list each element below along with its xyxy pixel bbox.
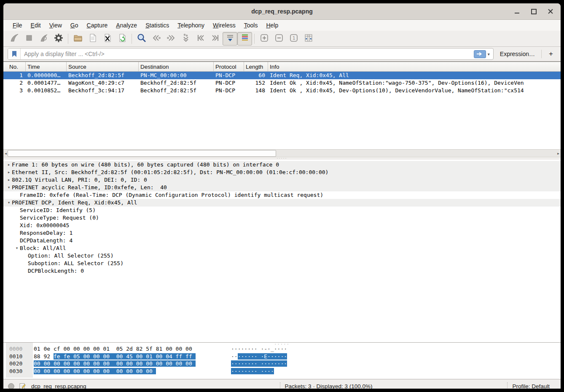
detail-row-13[interactable]: Suboption: ALL Selector (255) [3,260,561,267]
title-bar[interactable]: dcp_req_resp.pcapng [3,3,561,20]
restart-capture-button[interactable] [36,32,51,46]
go-last-button[interactable] [208,32,223,46]
packet-row-2[interactable]: 20.0001477…WagoKont_40:29:c7Beckhoff_2d:… [3,79,561,87]
menu-tools[interactable]: Tools [240,21,262,30]
hex-bytes[interactable]: 00 00 00 00 00 00 00 00 00 00 00 00 [30,368,156,374]
close-file-button[interactable] [100,32,115,46]
column-header-protocol[interactable]: Protocol [214,62,244,71]
filter-bookmark-button[interactable] [8,48,21,59]
statusbar-separator [280,382,281,389]
resize-grip[interactable]: ⋰ [555,388,559,389]
cell-length: 148 [244,87,268,94]
hscrollbar-thumb[interactable] [8,150,276,157]
detail-text: PROFINET DCP, Ident Req, Xid:0x45, All [12,199,137,207]
hex-ascii[interactable]: ········ ·-·_···· [231,345,287,353]
reload-file-button[interactable] [115,32,129,46]
hex-row-0000[interactable]: 000001 0e cf 00 00 00 00 01 05 2d 82 5f … [3,345,561,353]
detail-row-14[interactable]: DCPBlockLength: 0 [3,267,561,275]
add-filter-button[interactable]: + [545,50,556,58]
menu-view[interactable]: View [45,21,66,30]
resize-columns-button[interactable] [301,32,316,46]
detail-row-5[interactable]: ▾PROFINET DCP, Ident Req, Xid:0x45, All [3,199,561,207]
detail-row-0[interactable]: ▸Frame 1: 60 bytes on wire (480 bits), 6… [3,161,561,169]
collapse-arrow-icon[interactable]: ▾ [6,184,12,191]
column-header-length[interactable]: Length [244,62,268,71]
hex-ascii[interactable]: ········ ···· [231,368,274,375]
menu-wireless[interactable]: Wireless [209,21,240,30]
expand-arrow-icon[interactable]: ▸ [6,161,12,169]
hex-ascii[interactable]: ········ ·E······ [231,353,287,360]
detail-row-6[interactable]: ServiceID: Identify (5) [3,207,561,214]
detail-row-7[interactable]: ServiceType: Request (0) [3,214,561,222]
expert-info-icon[interactable] [8,383,15,389]
hex-ascii[interactable]: ········ ········ [231,360,287,368]
cell-no: 1 [8,72,26,79]
close-button[interactable] [547,8,554,15]
hex-bytes[interactable]: 00 00 00 00 00 00 00 00 00 00 00 00 00 0… [30,360,196,367]
start-capture-button[interactable] [7,32,21,46]
cell-time: 0.0010852… [26,87,67,94]
pane-splitter-top[interactable]: ····· [3,157,561,160]
detail-row-3[interactable]: ▾PROFINET acyclic Real-Time, ID:0xfefe, … [3,184,561,191]
profile-text[interactable]: Profile: Default [512,383,561,389]
detail-row-11[interactable]: ▾Block: All/All [3,244,561,252]
hex-bytes[interactable]: 01 0e cf 00 00 00 00 01 05 2d 82 5f 81 0… [30,346,196,352]
filter-dropdown-caret[interactable]: ▾ [488,52,490,56]
column-header-time[interactable]: Time [26,62,67,71]
detail-row-1[interactable]: ▸Ethernet II, Src: Beckhoff_2d:82:5f (00… [3,169,561,176]
stop-capture-button[interactable] [21,32,36,46]
menu-telephony[interactable]: Telephony [173,21,209,30]
menu-edit[interactable]: Edit [27,21,45,30]
minimize-button[interactable] [513,8,520,15]
go-to-packet-button[interactable] [178,32,193,46]
column-header-source[interactable]: Source [67,62,139,71]
tree-indent [22,252,28,260]
go-forward-button[interactable] [164,32,178,46]
detail-row-4[interactable]: FrameID: 0xfefe (Real-Time: DCP (Dynamic… [3,191,561,199]
apply-filter-button[interactable] [474,50,486,58]
packet-row-3[interactable]: 30.0010852…Beckhoff_3c:94:17Beckhoff_2d:… [3,87,561,94]
expand-arrow-icon[interactable]: ▸ [6,169,12,176]
column-header-info[interactable]: Info [268,62,561,71]
auto-scroll-button[interactable] [223,32,237,46]
zoom-out-button[interactable] [271,32,286,46]
save-file-button[interactable] [85,32,100,46]
detail-row-2[interactable]: ▸802.1Q Virtual LAN, PRI: 0, DEI: 0, ID:… [3,176,561,184]
toolbar-separator [132,34,132,44]
colorize-button[interactable] [237,32,252,46]
column-header-no[interactable]: No. [8,62,26,71]
maximize-button[interactable] [530,8,537,15]
go-back-button[interactable] [149,32,164,46]
detail-row-10[interactable]: DCPDataLength: 4 [3,237,561,244]
zoom-original-button[interactable]: 1 [286,32,301,46]
hex-row-0020[interactable]: 002000 00 00 00 00 00 00 00 00 00 00 00 … [3,360,561,368]
capture-options-button[interactable] [51,32,66,46]
detail-row-12[interactable]: Option: All Selector (255) [3,252,561,260]
scroll-right-arrow-icon[interactable]: ▸ [556,150,561,157]
go-first-button[interactable] [193,32,208,46]
display-filter-input[interactable] [21,51,474,57]
menu-statistics[interactable]: Statistics [141,21,173,30]
menu-go[interactable]: Go [66,21,83,30]
expand-arrow-icon[interactable]: ▸ [6,176,12,184]
menu-capture[interactable]: Capture [83,21,112,30]
expression-button[interactable]: Expression… [497,51,537,57]
open-file-button[interactable] [70,32,85,46]
capture-comment-icon[interactable] [19,383,26,389]
zoom-in-button[interactable] [257,32,271,46]
menu-file[interactable]: File [8,21,27,30]
hex-row-0010[interactable]: 001088 92 fe fe 05 00 00 00 00 45 00 01 … [3,353,561,360]
hex-row-0030[interactable]: 003000 00 00 00 00 00 00 00 00 00 00 00 … [3,368,561,375]
cell-protocol: PN-DCP [214,72,244,79]
collapse-arrow-icon[interactable]: ▾ [14,244,20,252]
packet-row-1[interactable]: 10.0000000…Beckhoff_2d:82:5fPN-MC_00:00:… [3,72,561,79]
collapse-arrow-icon[interactable]: ▾ [6,199,12,207]
go-last-icon [210,33,220,45]
detail-row-8[interactable]: Xid: 0x00000045 [3,222,561,229]
find-packet-button[interactable] [134,32,149,46]
menu-analyze[interactable]: Analyze [112,21,141,30]
column-header-destination[interactable]: Destination [139,62,214,71]
detail-row-9[interactable]: ResponseDelay: 1 [3,229,561,237]
hex-bytes[interactable]: 88 92 fe fe 05 00 00 00 00 45 00 01 00 0… [30,353,196,360]
menu-help[interactable]: Help [262,21,282,30]
